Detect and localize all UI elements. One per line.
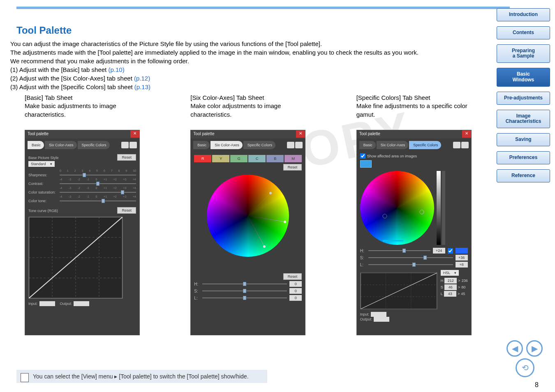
spec-l-a[interactable]: 43	[444, 291, 456, 297]
prev-page-icon[interactable]: ◀	[506, 340, 523, 357]
step-3-link[interactable]: (p.13)	[134, 83, 150, 90]
h-label: H:	[360, 249, 366, 253]
six-desc: Make color adjustments to image characte…	[190, 102, 319, 119]
palette-icon-pair	[287, 142, 303, 148]
svg-line-8	[248, 193, 271, 216]
nav-contents[interactable]: Contents	[497, 26, 550, 39]
colsat-ticks: -4-3-2-10+1+2+3+4	[60, 187, 136, 189]
nav-basic-windows[interactable]: Basic Windows	[497, 68, 550, 87]
spec-h-row[interactable]: H: +24	[360, 248, 468, 254]
spec-h-val: +24	[433, 248, 445, 254]
palette-icon-1[interactable]	[287, 142, 294, 148]
tab-r[interactable]: R	[194, 155, 211, 162]
tabs-row: Basic Six Color-Axes Specific Colors	[191, 138, 305, 151]
tab-basic[interactable]: Basic	[28, 141, 44, 149]
output-value[interactable]	[74, 301, 89, 306]
spec-s-a[interactable]: 46	[444, 284, 457, 290]
hsl-mode-dropdown[interactable]: HSL ▾	[441, 270, 459, 276]
basic-title: [Basic] Tab Sheet	[25, 94, 153, 102]
tab-spec[interactable]: Specific Colors	[409, 141, 441, 149]
nav-preparing[interactable]: Preparing a Sample	[497, 44, 550, 63]
step-1-text: (1) Adjust with the [Basic] tab sheet	[10, 66, 108, 73]
show-affected-checkbox[interactable]	[360, 153, 365, 159]
nav-reference[interactable]: Reference	[497, 169, 550, 182]
hsl-s-row[interactable]: S: 0	[194, 288, 302, 294]
luminance-scroll[interactable]	[442, 171, 445, 245]
tone-curve-box[interactable]	[28, 217, 123, 299]
output-value[interactable]	[374, 317, 389, 322]
nav-introduction[interactable]: Introduction	[497, 8, 550, 21]
spec-h-a[interactable]: 212	[444, 278, 457, 284]
luminance-bar[interactable]	[437, 171, 441, 245]
l-value: 0	[289, 295, 302, 301]
page-nav-arrows: ◀ ▶	[506, 340, 543, 357]
tab-y[interactable]: Y	[212, 155, 229, 162]
svg-point-11	[269, 192, 272, 194]
step-3: (3) Adjust with the [Specific Colors] ta…	[10, 83, 485, 91]
next-page-icon[interactable]: ▶	[526, 340, 543, 357]
note-icon	[21, 373, 29, 382]
tab-c[interactable]: C	[248, 155, 266, 162]
coltone-slider[interactable]: Color tone:	[28, 199, 136, 203]
reset-curve-button[interactable]: Reset	[117, 207, 136, 214]
tab-basic[interactable]: Basic	[193, 141, 210, 149]
reset-button[interactable]: Reset	[283, 164, 302, 171]
tab-six[interactable]: Six Color-Axes	[210, 141, 243, 149]
contrast-slider[interactable]: Contrast:	[28, 182, 136, 186]
hsl-h-row[interactable]: H: 0	[194, 281, 302, 287]
six-column: [Six Color-Axes] Tab Sheet Make color ad…	[190, 94, 319, 335]
sharpness-slider[interactable]: Sharpness:	[28, 173, 136, 177]
palette-icon-2[interactable]	[461, 142, 469, 148]
svg-point-12	[284, 221, 286, 223]
rygcbm-tabs: R Y G C B M	[194, 155, 302, 162]
spec-row-s-label: S	[441, 285, 443, 289]
step-1-link[interactable]: (p.10)	[108, 66, 124, 73]
preview-checkbox[interactable]	[448, 248, 453, 254]
spec-l-row[interactable]: L: +8	[360, 262, 468, 267]
tone-curve-label: Tone curve (RGB)	[28, 209, 58, 213]
nav-pre-adjustments[interactable]: Pre-adjustments	[497, 92, 550, 105]
palette-title: Tool palette	[193, 131, 214, 136]
page-number: 8	[535, 381, 539, 389]
palette-body: R Y G C B M Reset Reset	[191, 151, 305, 304]
close-icon[interactable]: ✕	[296, 130, 305, 138]
tab-six[interactable]: Six Color-Axes	[45, 141, 77, 149]
basic-tool-palette: Tool palette ✕ Basic Six Color-Axes Spec…	[25, 130, 140, 335]
tab-six[interactable]: Six Color-Axes	[377, 141, 409, 149]
palette-icon-1[interactable]	[453, 142, 460, 148]
reset-hsl-button[interactable]: Reset	[283, 273, 302, 280]
nav-saving[interactable]: Saving	[497, 133, 550, 146]
tab-g[interactable]: G	[230, 155, 247, 162]
svg-line-22	[361, 273, 437, 309]
tab-spec[interactable]: Specific Colors	[78, 141, 110, 149]
input-value[interactable]	[371, 312, 386, 317]
close-icon[interactable]: ✕	[462, 130, 471, 138]
return-icon[interactable]: ⟲	[516, 358, 534, 377]
spec-io-row-2: Output:	[360, 317, 437, 322]
base-ps-dropdown[interactable]: Standard ▾	[28, 161, 55, 167]
palette-icon-1[interactable]	[121, 142, 129, 148]
close-icon[interactable]: ✕	[130, 130, 139, 138]
color-wheel[interactable]	[207, 175, 289, 257]
palette-title: Tool palette	[28, 131, 49, 136]
spec-s-val: +36	[456, 255, 468, 261]
palette-icon-2[interactable]	[130, 142, 137, 148]
sharpness-label: Sharpness:	[28, 173, 57, 177]
spec-s-row[interactable]: S: +36	[360, 255, 468, 261]
input-value[interactable]	[39, 301, 55, 306]
nav-preferences[interactable]: Preferences	[497, 151, 550, 164]
spec-curve-box[interactable]	[360, 272, 437, 309]
hsl-l-row[interactable]: L: 0	[194, 295, 302, 301]
palette-icon-2[interactable]	[295, 142, 303, 148]
tab-spec[interactable]: Specific Colors	[243, 141, 275, 149]
eyedropper-icon[interactable]	[360, 160, 372, 168]
nav-image-characteristics[interactable]: Image Characteristics	[497, 110, 550, 129]
step-2-link[interactable]: (p.12)	[134, 75, 150, 82]
basic-column: [Basic] Tab Sheet Make basic adjustments…	[25, 94, 153, 335]
spec-color-wheel[interactable]	[360, 171, 434, 245]
tab-b[interactable]: B	[266, 155, 284, 162]
reset-button[interactable]: Reset	[117, 154, 136, 161]
tab-basic[interactable]: Basic	[359, 141, 376, 149]
tab-m[interactable]: M	[284, 155, 302, 162]
colsat-slider[interactable]: Color saturation:	[28, 190, 136, 194]
